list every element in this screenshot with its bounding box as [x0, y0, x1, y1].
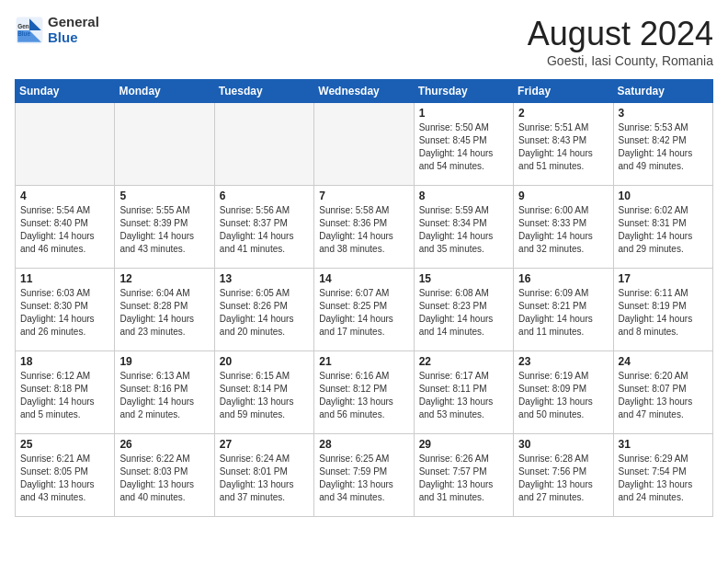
logo-general-text: General — [48, 15, 99, 30]
day-number: 8 — [419, 190, 508, 202]
day-info: Sunrise: 6:08 AM Sunset: 8:23 PM Dayligh… — [419, 287, 508, 339]
day-cell-18: 18Sunrise: 6:12 AM Sunset: 8:18 PM Dayli… — [16, 351, 115, 434]
weekday-header-tuesday: Tuesday — [214, 80, 313, 103]
day-number: 17 — [619, 272, 708, 285]
calendar-table: SundayMondayTuesdayWednesdayThursdayFrid… — [15, 79, 713, 517]
title-area: August 2024 Goesti, Iasi County, Romania — [528, 15, 713, 68]
day-number: 14 — [319, 272, 408, 285]
day-info: Sunrise: 5:56 AM Sunset: 8:37 PM Dayligh… — [220, 204, 309, 256]
day-info: Sunrise: 6:29 AM Sunset: 7:54 PM Dayligh… — [619, 453, 708, 504]
day-cell-10: 10Sunrise: 6:02 AM Sunset: 8:31 PM Dayli… — [613, 186, 712, 269]
day-number: 6 — [220, 190, 309, 202]
day-cell-26: 26Sunrise: 6:22 AM Sunset: 8:03 PM Dayli… — [115, 434, 214, 517]
day-cell-17: 17Sunrise: 6:11 AM Sunset: 8:19 PM Dayli… — [613, 269, 712, 351]
week-row-3: 11Sunrise: 6:03 AM Sunset: 8:30 PM Dayli… — [16, 269, 713, 351]
day-number: 9 — [518, 190, 608, 202]
week-row-1: 1Sunrise: 5:50 AM Sunset: 8:45 PM Daylig… — [16, 103, 713, 186]
day-cell-7: 7Sunrise: 5:58 AM Sunset: 8:36 PM Daylig… — [314, 186, 414, 269]
day-cell-23: 23Sunrise: 6:19 AM Sunset: 8:09 PM Dayli… — [514, 351, 613, 434]
day-number: 18 — [20, 355, 109, 368]
day-cell-28: 28Sunrise: 6:25 AM Sunset: 7:59 PM Dayli… — [314, 434, 414, 517]
empty-cell — [16, 103, 115, 186]
header: Gen Blue General Blue August 2024 Goesti… — [15, 15, 713, 68]
week-row-2: 4Sunrise: 5:54 AM Sunset: 8:40 PM Daylig… — [16, 186, 713, 269]
day-cell-9: 9Sunrise: 6:00 AM Sunset: 8:33 PM Daylig… — [514, 186, 613, 269]
day-cell-13: 13Sunrise: 6:05 AM Sunset: 8:26 PM Dayli… — [214, 269, 313, 351]
day-cell-11: 11Sunrise: 6:03 AM Sunset: 8:30 PM Dayli… — [16, 269, 115, 351]
day-number: 27 — [220, 438, 309, 451]
day-info: Sunrise: 6:22 AM Sunset: 8:03 PM Dayligh… — [119, 453, 209, 504]
day-cell-21: 21Sunrise: 6:16 AM Sunset: 8:12 PM Dayli… — [314, 351, 414, 434]
day-info: Sunrise: 6:09 AM Sunset: 8:21 PM Dayligh… — [518, 287, 608, 339]
day-info: Sunrise: 6:15 AM Sunset: 8:14 PM Dayligh… — [220, 370, 309, 421]
day-number: 5 — [119, 190, 209, 202]
day-info: Sunrise: 6:05 AM Sunset: 8:26 PM Dayligh… — [220, 287, 309, 339]
day-info: Sunrise: 5:50 AM Sunset: 8:45 PM Dayligh… — [419, 121, 508, 173]
day-number: 20 — [220, 355, 309, 368]
day-number: 21 — [319, 355, 408, 368]
day-number: 4 — [20, 190, 109, 202]
day-number: 31 — [619, 438, 708, 451]
svg-text:Gen: Gen — [17, 23, 29, 29]
day-info: Sunrise: 6:19 AM Sunset: 8:09 PM Dayligh… — [518, 370, 608, 421]
day-info: Sunrise: 5:51 AM Sunset: 8:43 PM Dayligh… — [518, 121, 608, 173]
svg-text:Blue: Blue — [17, 30, 30, 37]
day-cell-14: 14Sunrise: 6:07 AM Sunset: 8:25 PM Dayli… — [314, 269, 414, 351]
day-info: Sunrise: 5:58 AM Sunset: 8:36 PM Dayligh… — [319, 204, 408, 256]
day-info: Sunrise: 6:21 AM Sunset: 8:05 PM Dayligh… — [20, 453, 109, 504]
day-cell-25: 25Sunrise: 6:21 AM Sunset: 8:05 PM Dayli… — [16, 434, 115, 517]
day-info: Sunrise: 5:55 AM Sunset: 8:39 PM Dayligh… — [119, 204, 209, 256]
day-cell-20: 20Sunrise: 6:15 AM Sunset: 8:14 PM Dayli… — [214, 351, 313, 434]
day-number: 23 — [518, 355, 608, 368]
day-number: 13 — [220, 272, 309, 285]
weekday-header-monday: Monday — [115, 80, 214, 103]
day-info: Sunrise: 6:07 AM Sunset: 8:25 PM Dayligh… — [319, 287, 408, 339]
day-info: Sunrise: 6:28 AM Sunset: 7:56 PM Dayligh… — [518, 453, 608, 504]
month-title: August 2024 — [528, 15, 713, 53]
empty-cell — [115, 103, 214, 186]
day-number: 15 — [419, 272, 508, 285]
day-number: 16 — [518, 272, 608, 285]
day-info: Sunrise: 6:13 AM Sunset: 8:16 PM Dayligh… — [119, 370, 209, 421]
day-info: Sunrise: 6:26 AM Sunset: 7:57 PM Dayligh… — [419, 453, 508, 504]
week-row-5: 25Sunrise: 6:21 AM Sunset: 8:05 PM Dayli… — [16, 434, 713, 517]
day-info: Sunrise: 6:20 AM Sunset: 8:07 PM Dayligh… — [619, 370, 708, 421]
logo-blue-text: Blue — [48, 30, 99, 46]
day-info: Sunrise: 6:02 AM Sunset: 8:31 PM Dayligh… — [619, 204, 708, 256]
day-cell-19: 19Sunrise: 6:13 AM Sunset: 8:16 PM Dayli… — [115, 351, 214, 434]
day-cell-2: 2Sunrise: 5:51 AM Sunset: 8:43 PM Daylig… — [514, 103, 613, 186]
day-number: 7 — [319, 190, 408, 202]
day-info: Sunrise: 6:12 AM Sunset: 8:18 PM Dayligh… — [20, 370, 109, 421]
day-cell-12: 12Sunrise: 6:04 AM Sunset: 8:28 PM Dayli… — [115, 269, 214, 351]
day-cell-30: 30Sunrise: 6:28 AM Sunset: 7:56 PM Dayli… — [514, 434, 613, 517]
day-number: 11 — [20, 272, 109, 285]
day-number: 22 — [419, 355, 508, 368]
day-number: 3 — [619, 107, 708, 120]
day-cell-29: 29Sunrise: 6:26 AM Sunset: 7:57 PM Dayli… — [414, 434, 513, 517]
logo: Gen Blue General Blue — [15, 15, 99, 45]
day-number: 30 — [518, 438, 608, 451]
day-cell-22: 22Sunrise: 6:17 AM Sunset: 8:11 PM Dayli… — [414, 351, 513, 434]
day-info: Sunrise: 6:11 AM Sunset: 8:19 PM Dayligh… — [619, 287, 708, 339]
day-cell-8: 8Sunrise: 5:59 AM Sunset: 8:34 PM Daylig… — [414, 186, 513, 269]
empty-cell — [214, 103, 313, 186]
day-cell-16: 16Sunrise: 6:09 AM Sunset: 8:21 PM Dayli… — [514, 269, 613, 351]
day-info: Sunrise: 6:16 AM Sunset: 8:12 PM Dayligh… — [319, 370, 408, 421]
day-number: 29 — [419, 438, 508, 451]
weekday-header-wednesday: Wednesday — [314, 80, 414, 103]
weekday-header-row: SundayMondayTuesdayWednesdayThursdayFrid… — [16, 80, 713, 103]
day-info: Sunrise: 6:25 AM Sunset: 7:59 PM Dayligh… — [319, 453, 408, 504]
day-number: 10 — [619, 190, 708, 202]
day-cell-27: 27Sunrise: 6:24 AM Sunset: 8:01 PM Dayli… — [214, 434, 313, 517]
day-cell-4: 4Sunrise: 5:54 AM Sunset: 8:40 PM Daylig… — [16, 186, 115, 269]
logo-text: General Blue — [48, 15, 99, 45]
logo-icon: Gen Blue — [15, 16, 44, 45]
day-number: 28 — [319, 438, 408, 451]
day-cell-3: 3Sunrise: 5:53 AM Sunset: 8:42 PM Daylig… — [613, 103, 712, 186]
weekday-header-saturday: Saturday — [613, 80, 712, 103]
day-info: Sunrise: 5:53 AM Sunset: 8:42 PM Dayligh… — [619, 121, 708, 173]
day-cell-31: 31Sunrise: 6:29 AM Sunset: 7:54 PM Dayli… — [613, 434, 712, 517]
day-number: 12 — [119, 272, 209, 285]
day-cell-1: 1Sunrise: 5:50 AM Sunset: 8:45 PM Daylig… — [414, 103, 513, 186]
location-text: Goesti, Iasi County, Romania — [528, 53, 713, 68]
